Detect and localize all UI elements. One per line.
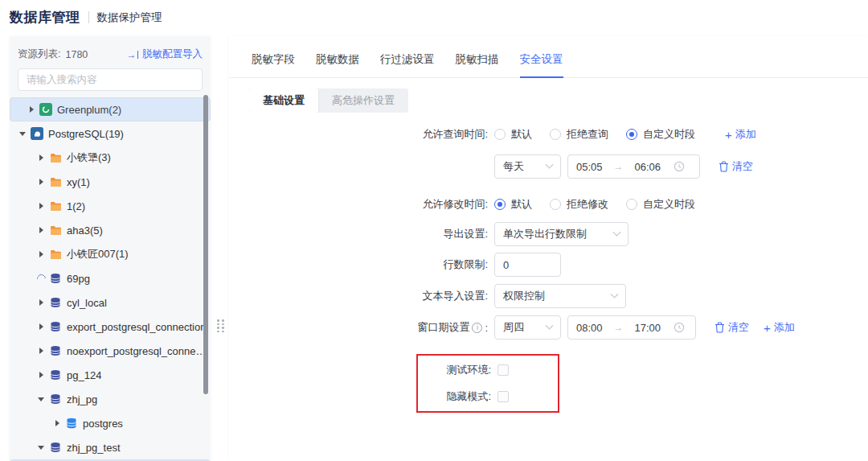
radio-icon[interactable] — [494, 129, 506, 140]
connection-icon — [49, 393, 62, 405]
chevron-down-icon — [546, 160, 554, 168]
expand-caret-icon[interactable] — [36, 154, 46, 161]
repeat-select[interactable]: 每天 — [494, 154, 561, 179]
tree-item-group[interactable]: xy(1) — [10, 170, 211, 194]
chevron-down-icon — [613, 228, 621, 236]
tree-item-group[interactable]: 1(2) — [10, 194, 211, 218]
modify-time-radio-default[interactable]: 默认 — [494, 197, 532, 212]
tree-item-connection[interactable]: cyl_local — [10, 290, 211, 315]
tree-item-connection[interactable]: zhj_pg — [10, 387, 211, 411]
modify-time-radio-custom[interactable]: 自定义时段 — [626, 197, 695, 212]
query-time-radio-default[interactable]: 默认 — [494, 127, 532, 142]
tree-item-label: export_postgresql_connection — [67, 321, 206, 333]
search-input[interactable] — [18, 68, 203, 91]
page-subtitle: 数据保护管理 — [97, 10, 162, 25]
end-time: 06:06 — [635, 161, 661, 173]
expand-caret-icon[interactable] — [36, 179, 46, 185]
radio-icon[interactable] — [550, 199, 561, 210]
window-time-range-picker[interactable]: 08:00 → 17:00 — [567, 315, 696, 340]
tree-item-group[interactable]: 小铁匠007(1) — [10, 242, 211, 266]
tab-row-filter-settings[interactable]: 行过滤设置 — [380, 36, 435, 77]
tree-item-connection[interactable]: zhj_pg_test — [10, 435, 211, 459]
folder-icon — [49, 200, 62, 212]
masking-config-import-link[interactable]: 脱敏配置导入 — [142, 47, 203, 61]
tab-masking-data[interactable]: 脱敏数据 — [316, 36, 359, 77]
tree-item-connection[interactable]: export_postgresql_connection — [10, 315, 211, 339]
tab-masking-fields[interactable]: 脱敏字段 — [252, 36, 295, 77]
collapse-caret-icon[interactable] — [36, 397, 46, 401]
tree-item-group[interactable]: aha3(5) — [10, 218, 211, 242]
radio-icon[interactable] — [626, 199, 637, 210]
tree-item-label: Greenplum(2) — [57, 104, 121, 116]
modify-time-radio-deny[interactable]: 拒绝修改 — [550, 197, 608, 212]
info-icon[interactable]: i — [472, 323, 482, 333]
row-limit-input[interactable]: 0 — [494, 253, 561, 277]
query-schedule-row: 每天 05:05 → 06:06 清空 — [229, 154, 868, 179]
modify-time-row: 允许修改时间: 默认 拒绝修改 自定义时段 — [229, 192, 868, 216]
collapse-caret-icon[interactable] — [18, 132, 27, 136]
subtab-basic-settings[interactable]: 基础设置 — [249, 88, 318, 113]
start-time: 08:00 — [576, 322, 603, 334]
tree-item-database[interactable]: postgres — [10, 411, 211, 435]
query-time-radio-deny[interactable]: 拒绝查询 — [550, 127, 608, 142]
tree-item-group[interactable]: 小铁犟(3) — [10, 146, 211, 170]
subtab-high-risk-settings[interactable]: 高危操作设置 — [318, 88, 408, 113]
resource-sidebar: 资源列表: 1780 → 脱敏配置导入 Greenplum(2) — [10, 36, 211, 461]
folder-icon — [49, 175, 62, 188]
export-setting-label: 导出设置: — [229, 227, 494, 241]
trash-icon — [714, 322, 725, 333]
tree-item-greenplum[interactable]: Greenplum(2) — [10, 97, 211, 121]
window-day-select[interactable]: 周四 — [494, 315, 561, 340]
radio-checked-icon[interactable] — [494, 199, 506, 210]
test-env-row: 测试环境: — [418, 358, 558, 382]
expand-caret-icon[interactable] — [36, 323, 46, 330]
expand-caret-icon[interactable] — [36, 372, 46, 378]
end-time: 17:00 — [635, 322, 661, 334]
query-time-range-picker[interactable]: 05:05 → 06:06 — [567, 154, 700, 179]
expand-caret-icon[interactable] — [36, 251, 46, 257]
expand-caret-icon[interactable] — [52, 420, 62, 426]
row-limit-row: 行数限制: 0 — [229, 253, 868, 277]
security-settings-form: 允许查询时间: 默认 拒绝查询 自定义时段 + 添加 — [229, 113, 868, 413]
connection-icon — [49, 441, 62, 454]
tab-masking-scan[interactable]: 脱敏扫描 — [456, 36, 499, 77]
text-import-select[interactable]: 权限控制 — [494, 284, 626, 308]
title-divider — [88, 11, 89, 23]
tree-item-label: zhj_pg_test — [67, 442, 121, 454]
tab-security-settings[interactable]: 安全设置 — [520, 36, 563, 78]
window-setting-row: 窗口期设置 i : 周四 08:00 → 17:00 清空 — [229, 315, 868, 340]
expand-caret-icon[interactable] — [36, 299, 46, 306]
settings-panel: 脱敏字段 脱敏数据 行过滤设置 脱敏扫描 安全设置 基础设置 高危操作设置 允许… — [229, 36, 868, 461]
window-add-button[interactable]: + 添加 — [764, 320, 795, 335]
window-clear-button[interactable]: 清空 — [714, 320, 749, 335]
expand-caret-icon[interactable] — [36, 348, 46, 354]
query-time-radio-custom[interactable]: 自定义时段 — [626, 127, 695, 142]
tree-item-postgresql[interactable]: PostgreSQL(19) — [10, 121, 211, 146]
hidden-mode-row: 隐藏模式: — [418, 385, 558, 409]
query-schedule-clear-button[interactable]: 清空 — [719, 159, 753, 174]
connection-icon — [49, 272, 62, 285]
expand-caret-icon[interactable] — [36, 203, 46, 209]
connection-icon — [49, 368, 62, 381]
expand-caret-icon[interactable] — [27, 106, 36, 113]
radio-checked-icon[interactable] — [626, 129, 637, 140]
postgresql-icon — [31, 127, 43, 140]
radio-icon[interactable] — [550, 129, 561, 140]
query-time-add-button[interactable]: + 添加 — [725, 127, 756, 142]
tree-item-connection[interactable]: pg_124 — [10, 363, 211, 387]
sidebar-scrollbar-thumb[interactable] — [203, 95, 208, 394]
database-icon — [65, 417, 78, 430]
test-env-checkbox[interactable] — [497, 364, 509, 376]
collapse-caret-icon[interactable] — [36, 446, 46, 450]
annotation-highlight-box: 测试环境: 隐藏模式: — [416, 354, 559, 413]
tree-item-connection[interactable]: 69pg — [10, 266, 211, 290]
panel-resize-handle[interactable] — [217, 319, 225, 332]
import-icon: → — [127, 50, 139, 60]
export-setting-select[interactable]: 单次导出行数限制 — [494, 222, 628, 246]
expand-caret-icon[interactable] — [36, 227, 46, 233]
loading-spinner-icon — [36, 274, 46, 283]
start-time: 05:05 — [576, 161, 603, 173]
tree-item-connection[interactable]: noexport_postgresql_connection — [10, 339, 211, 363]
hidden-mode-checkbox[interactable] — [497, 391, 509, 402]
tree-item-label: noexport_postgresql_connection — [67, 345, 211, 357]
